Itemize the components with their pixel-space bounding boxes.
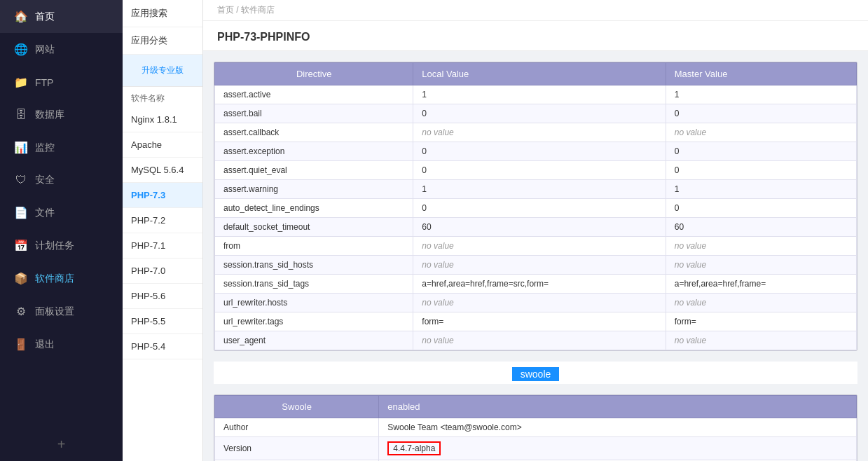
directive-cell: auto_detect_line_endings <box>215 199 413 218</box>
settings-icon: ⚙ <box>14 305 28 318</box>
directive-cell: url_rewriter.hosts <box>215 294 413 312</box>
website-icon: 🌐 <box>14 43 28 56</box>
software-list-label: 软件名称 <box>123 87 202 107</box>
sidebar-item-files[interactable]: 📄 文件 <box>0 196 123 229</box>
sidebar-label-ftp: FTP <box>35 77 53 88</box>
master-value-cell: no value <box>666 331 856 350</box>
master-value-cell: 0 <box>666 104 856 123</box>
sidebar-item-tasks[interactable]: 📅 计划任务 <box>0 229 123 262</box>
software-php70[interactable]: PHP-7.0 <box>123 259 202 284</box>
directive-cell: default_socket_timeout <box>215 218 413 237</box>
software-nginx[interactable]: Nginx 1.8.1 <box>123 107 202 132</box>
sidebar-item-website[interactable]: 🌐 网站 <box>0 33 123 66</box>
local-value-cell: 0 <box>413 104 666 123</box>
left-panel: 应用搜索 应用分类 升级专业版 软件名称 Nginx 1.8.1 Apache … <box>123 0 203 461</box>
directive-cell: url_rewriter.tags <box>215 312 413 331</box>
col-swoole: Swoole <box>215 396 379 418</box>
page-title: PHP-73-PHPINFO <box>203 21 868 51</box>
app-search[interactable]: 应用搜索 <box>123 0 202 27</box>
sidebar-label-monitor: 监控 <box>35 142 55 154</box>
directive-cell: from <box>215 237 413 256</box>
swoole-key-cell: Version <box>215 437 379 460</box>
local-value-cell: no value <box>413 123 666 142</box>
master-value-cell: form= <box>666 312 856 331</box>
directive-cell: assert.callback <box>215 123 413 142</box>
directive-cell: assert.exception <box>215 142 413 161</box>
local-value-cell: no value <box>413 237 666 256</box>
directive-table-container: Directive Local Value Master Value asser… <box>214 62 857 351</box>
directive-cell: assert.warning <box>215 180 413 199</box>
add-button[interactable]: + <box>0 428 123 461</box>
sidebar-item-settings[interactable]: ⚙ 面板设置 <box>0 295 123 328</box>
col-master: Master Value <box>666 63 856 85</box>
sidebar-item-security[interactable]: 🛡 安全 <box>0 164 123 196</box>
swoole-table-container: Swoole enabled AuthorSwoole Team <team@s… <box>214 394 857 461</box>
software-mysql[interactable]: MySQL 5.6.4 <box>123 158 202 183</box>
directive-cell: assert.bail <box>215 104 413 123</box>
master-value-cell: no value <box>666 237 856 256</box>
directive-cell: session.trans_sid_hosts <box>215 256 413 275</box>
software-php72[interactable]: PHP-7.2 <box>123 208 202 233</box>
sidebar-label-store: 软件商店 <box>35 273 74 285</box>
software-php55[interactable]: PHP-5.5 <box>123 309 202 334</box>
directive-cell: assert.quiet_eval <box>215 161 413 180</box>
directive-table: Directive Local Value Master Value asser… <box>214 62 857 350</box>
col-local: Local Value <box>413 63 666 85</box>
right-content: 首页 / 软件商店 PHP-73-PHPINFO Directive Local… <box>203 0 868 461</box>
master-value-cell: 60 <box>666 218 856 237</box>
master-value-cell: no value <box>666 256 856 275</box>
store-icon: 📦 <box>14 272 28 285</box>
sidebar-item-logout[interactable]: 🚪 退出 <box>0 328 123 361</box>
master-value-cell: 1 <box>666 180 856 199</box>
sidebar-label-home: 首页 <box>35 11 55 23</box>
sidebar-label-website: 网站 <box>35 43 55 56</box>
sidebar-label-settings: 面板设置 <box>35 305 74 318</box>
sidebar-item-monitor[interactable]: 📊 监控 <box>0 131 123 164</box>
master-value-cell: no value <box>666 294 856 312</box>
swoole-section-header: swoole <box>214 362 857 384</box>
monitor-icon: 📊 <box>14 141 28 154</box>
local-value-cell: form= <box>413 312 666 331</box>
software-php56[interactable]: PHP-5.6 <box>123 284 202 309</box>
software-apache[interactable]: Apache <box>123 132 202 158</box>
directive-cell: user_agent <box>215 331 413 350</box>
master-value-cell: 0 <box>666 142 856 161</box>
sidebar-label-security: 安全 <box>35 174 55 186</box>
sidebar: 🏠 首页 🌐 网站 📁 FTP 🗄 数据库 📊 监控 🛡 安全 📄 文件 📅 计… <box>0 0 123 461</box>
logout-icon: 🚪 <box>14 338 28 351</box>
home-icon: 🏠 <box>14 10 28 23</box>
directive-cell: session.trans_sid_tags <box>215 275 413 294</box>
master-value-cell: no value <box>666 123 856 142</box>
sidebar-item-store[interactable]: 📦 软件商店 <box>0 262 123 295</box>
swoole-value-cell: Swoole Team <team@swoole.com> <box>379 418 857 437</box>
local-value-cell: 0 <box>413 199 666 218</box>
ftp-icon: 📁 <box>14 76 28 89</box>
sidebar-item-home[interactable]: 🏠 首页 <box>0 0 123 33</box>
col-enabled: enabled <box>379 396 857 418</box>
security-icon: 🛡 <box>14 174 28 186</box>
sidebar-label-tasks: 计划任务 <box>35 240 74 252</box>
sidebar-item-database[interactable]: 🗄 数据库 <box>0 99 123 131</box>
sidebar-item-ftp[interactable]: 📁 FTP <box>0 66 123 99</box>
local-value-cell: a=href,area=href,frame=src,form= <box>413 275 666 294</box>
swoole-label: swoole <box>512 367 560 381</box>
sidebar-label-database: 数据库 <box>35 109 64 121</box>
app-category[interactable]: 应用分类 <box>123 27 202 55</box>
master-value-cell: 0 <box>666 199 856 218</box>
local-value-cell: no value <box>413 256 666 275</box>
swoole-table: Swoole enabled AuthorSwoole Team <team@s… <box>214 395 857 461</box>
local-value-cell: no value <box>413 294 666 312</box>
master-value-cell: a=href,area=href,frame= <box>666 275 856 294</box>
software-php73[interactable]: PHP-7.3 <box>123 183 202 208</box>
local-value-cell: 1 <box>413 85 666 104</box>
local-value-cell: no value <box>413 331 666 350</box>
master-value-cell: 1 <box>666 85 856 104</box>
software-php54[interactable]: PHP-5.4 <box>123 334 202 359</box>
local-value-cell: 1 <box>413 180 666 199</box>
software-php71[interactable]: PHP-7.1 <box>123 233 202 259</box>
master-value-cell: 0 <box>666 161 856 180</box>
database-icon: 🗄 <box>14 109 28 121</box>
swoole-value-cell: 4.4.7-alpha <box>379 437 857 460</box>
upgrade-banner[interactable]: 升级专业版 <box>123 55 202 87</box>
sidebar-label-logout: 退出 <box>35 338 55 351</box>
